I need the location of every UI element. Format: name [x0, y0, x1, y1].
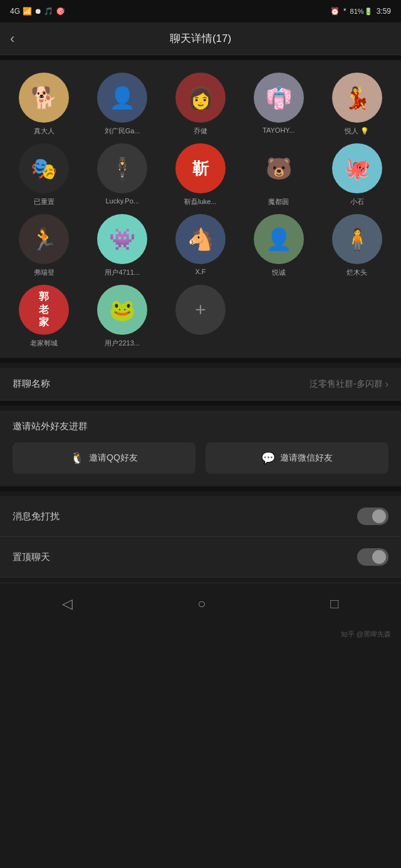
member-name: 刘广民Ga...	[105, 126, 140, 136]
members-grid: 🐕真大人👤刘广民Ga...👩乔健👘TAYOHY...💃悦人 💡🎭已重置🕴Luck…	[8, 73, 393, 348]
add-member-item[interactable]: +	[164, 285, 237, 348]
back-button[interactable]: ‹	[10, 31, 33, 47]
member-name: 用户4711...	[105, 268, 140, 277]
status-left: 4G 📶 ⏺ 🎵 🎯	[10, 7, 65, 16]
member-name: 悦人 💡	[345, 126, 369, 136]
battery-icon: 81%🔋	[350, 8, 373, 16]
member-item[interactable]: 🐕真大人	[8, 73, 81, 136]
member-item[interactable]: 💃悦人 💡	[320, 73, 393, 136]
member-avatar: 🐸	[97, 285, 147, 335]
status-bar: 4G 📶 ⏺ 🎵 🎯 ⏰ * 81%🔋 3:59	[0, 0, 401, 23]
member-item[interactable]: 🕴Lucky.Po...	[86, 143, 159, 207]
member-item[interactable]: 🏃弗瑞登	[8, 214, 81, 277]
member-avatar: 👤	[97, 73, 147, 123]
member-name: 小石	[350, 197, 364, 207]
member-avatar: 🧍	[332, 214, 382, 264]
app-icons: ⏺ 🎵 🎯	[34, 7, 65, 16]
member-item[interactable]: 🐴X.F	[164, 214, 237, 277]
qq-icon: 🐧	[70, 451, 84, 465]
member-item[interactable]: 👤悦诚	[242, 214, 315, 277]
group-name-label: 群聊名称	[13, 378, 75, 390]
divider-1	[0, 55, 401, 60]
do-not-disturb-row: 消息免打扰	[0, 496, 401, 537]
status-right: ⏰ * 81%🔋 3:59	[330, 7, 391, 16]
member-item[interactable]: 👩乔健	[164, 73, 237, 136]
member-item[interactable]: 郭 老 家老家郸城	[8, 285, 81, 348]
nav-recent-button[interactable]: □	[318, 591, 351, 617]
nav-home-button[interactable]: ○	[185, 591, 218, 617]
invite-qq-button[interactable]: 🐧 邀请QQ好友	[13, 442, 195, 474]
member-name: 真大人	[34, 126, 55, 136]
member-avatar: 郭 老 家	[19, 285, 69, 335]
member-avatar: 靳	[175, 143, 226, 193]
member-name: 魔都圆	[268, 197, 289, 207]
watermark: 知乎 @黑啤先森	[0, 627, 401, 644]
wifi-icon: 📶	[23, 7, 32, 16]
pin-chat-row: 置顶聊天	[0, 537, 401, 578]
invite-wechat-button[interactable]: 💬 邀请微信好友	[206, 442, 388, 474]
member-avatar: 👤	[254, 214, 304, 264]
member-avatar: 👩	[175, 73, 226, 123]
member-item[interactable]: 🐻魔都圆	[242, 143, 315, 207]
info-section: 群聊名称 泛零售社群-多闪群 ›	[0, 368, 401, 401]
member-name: 已重置	[34, 197, 55, 207]
member-name: 烂木头	[346, 268, 367, 277]
chevron-icon: ›	[385, 379, 388, 390]
invite-title: 邀请站外好友进群	[13, 421, 388, 432]
settings-section: 消息免打扰 置顶聊天	[0, 496, 401, 578]
member-item[interactable]: 👤刘广民Ga...	[86, 73, 159, 136]
nav-back-button[interactable]: ◁	[49, 591, 85, 617]
member-name: TAYOHY...	[263, 126, 294, 134]
signal-icon: 4G	[10, 7, 20, 16]
page-title: 聊天详情(17)	[33, 31, 368, 46]
member-avatar: 🏃	[19, 214, 69, 264]
member-avatar: 🐙	[332, 143, 382, 193]
invite-section: 邀请站外好友进群 🐧 邀请QQ好友 💬 邀请微信好友	[0, 411, 401, 486]
member-avatar: 🎭	[19, 143, 69, 193]
member-avatar: 💃	[332, 73, 382, 123]
member-name: 靳磊luke...	[184, 197, 216, 207]
member-name: X.F	[195, 268, 206, 275]
member-name: Lucky.Po...	[105, 197, 139, 205]
divider-3	[0, 401, 401, 406]
add-member-button[interactable]: +	[175, 285, 226, 335]
member-avatar: 🐴	[175, 214, 226, 264]
do-not-disturb-toggle[interactable]	[357, 508, 388, 525]
member-item[interactable]: 👘TAYOHY...	[242, 73, 315, 136]
member-item[interactable]: 🐙小石	[320, 143, 393, 207]
pin-chat-toggle[interactable]	[357, 548, 388, 566]
group-name-row[interactable]: 群聊名称 泛零售社群-多闪群 ›	[0, 368, 401, 401]
member-item[interactable]: 🎭已重置	[8, 143, 81, 207]
time-display: 3:59	[377, 7, 391, 16]
member-avatar: 🐕	[19, 73, 69, 123]
member-avatar: 👾	[97, 214, 147, 264]
member-avatar: 👘	[254, 73, 304, 123]
member-item[interactable]: 🐸用户2213...	[86, 285, 159, 348]
pin-chat-label: 置顶聊天	[13, 551, 357, 563]
divider-4	[0, 486, 401, 491]
member-name: 乔健	[194, 126, 207, 136]
member-item[interactable]: 靳靳磊luke...	[164, 143, 237, 207]
alarm-icon: ⏰	[330, 7, 340, 16]
bluetooth-icon: *	[343, 7, 346, 16]
invite-buttons: 🐧 邀请QQ好友 💬 邀请微信好友	[13, 442, 388, 474]
group-name-value: 泛零售社群-多闪群 ›	[75, 379, 388, 390]
member-name: 悦诚	[272, 268, 286, 277]
member-name: 用户2213...	[105, 339, 140, 348]
wechat-icon: 💬	[261, 451, 275, 465]
bottom-nav: ◁ ○ □	[0, 583, 401, 627]
do-not-disturb-label: 消息免打扰	[13, 511, 357, 523]
page-header: ‹ 聊天详情(17)	[0, 23, 401, 55]
members-section: 🐕真大人👤刘广民Ga...👩乔健👘TAYOHY...💃悦人 💡🎭已重置🕴Luck…	[0, 60, 401, 358]
plus-icon: +	[195, 300, 206, 319]
member-item[interactable]: 🧍烂木头	[320, 214, 393, 277]
member-item[interactable]: 👾用户4711...	[86, 214, 159, 277]
member-avatar: 🕴	[97, 143, 147, 193]
member-name: 弗瑞登	[34, 268, 55, 277]
divider-2	[0, 358, 401, 363]
member-name: 老家郸城	[30, 339, 58, 348]
member-avatar: 🐻	[254, 143, 304, 193]
